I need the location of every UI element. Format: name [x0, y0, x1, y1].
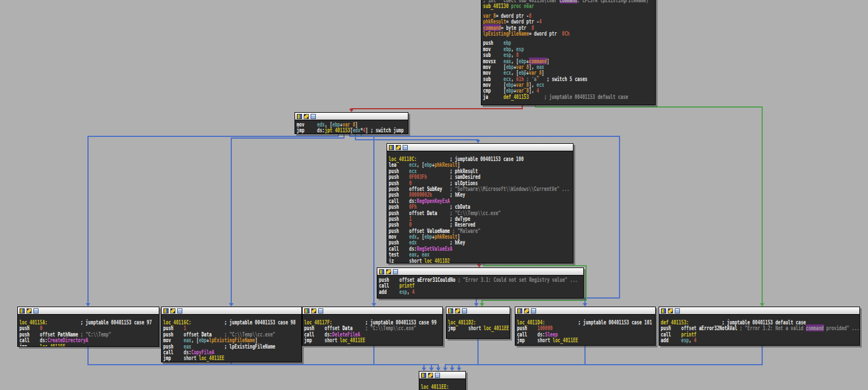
node-color-icon[interactable]	[379, 269, 384, 274]
node-window-icon[interactable]	[177, 308, 182, 313]
asm-line: sub_401130 proc near	[483, 3, 656, 9]
node-title-bar[interactable]	[446, 307, 510, 315]
node-title-bar[interactable]	[419, 372, 465, 379]
graph-canvas[interactable]: ; int __cdecl sub_401130(char command, L…	[0, 0, 868, 390]
node-edit-icon[interactable]	[396, 145, 401, 150]
asm-line: jmp short loc_4011EE	[163, 355, 302, 361]
asm-line: add esp, 4	[379, 289, 584, 295]
asm-line: jmp short loc_4011EE	[304, 337, 443, 343]
node-window-icon[interactable]	[435, 373, 440, 378]
basic-block-loc_40116C[interactable]: loc_40116C: ; jumptable 00401153 case 98…	[161, 307, 302, 362]
basic-block-loc_4011D4[interactable]: loc_4011D4: ; jumptable 00401153 case 10…	[515, 307, 656, 346]
node-window-icon[interactable]	[462, 308, 467, 313]
disassembly-text: loc_4011EE:	[419, 379, 466, 389]
disassembly-text: mov edx, [ebp+var_8]jmp ds:jpt_401153[ed…	[295, 120, 408, 133]
node-title-bar[interactable]	[295, 113, 408, 120]
basic-block-loc_40115A[interactable]: loc_40115A: ; jumptable 00401153 case 97…	[17, 307, 159, 347]
disassembly-text: loc_40118C: ; jumptable 00401153 case 10…	[387, 151, 573, 263]
disassembly-text: ; int __cdecl sub_401130(char command, L…	[481, 0, 656, 100]
disassembly-text: push offset aError31CouldNo ; "Error 3.1…	[377, 276, 584, 295]
asm-line: add esp, 4	[661, 337, 860, 343]
basic-block-switch_jump[interactable]: mov edx, [ebp+var_8]jmp ds:jpt_401153[ed…	[295, 112, 408, 134]
basic-block-loc_40118C[interactable]: loc_40118C: ; jumptable 00401153 case 10…	[387, 143, 573, 263]
node-edit-icon[interactable]	[668, 308, 673, 313]
disassembly-text: loc_4011D4: ; jumptable 00401153 case 10…	[515, 315, 656, 343]
node-color-icon[interactable]	[448, 308, 453, 313]
node-window-icon[interactable]	[675, 308, 680, 313]
node-color-icon[interactable]	[389, 145, 394, 150]
node-edit-icon[interactable]	[304, 114, 309, 119]
disassembly-text: loc_40115A: ; jumptable 00401153 case 97…	[18, 315, 159, 347]
node-window-icon[interactable]	[311, 114, 316, 119]
node-title-bar[interactable]	[303, 307, 442, 315]
basic-block-def_401153[interactable]: def_401153: ; jumptable 00401153 default…	[659, 307, 860, 346]
node-color-icon[interactable]	[163, 308, 169, 313]
node-color-icon[interactable]	[517, 308, 522, 313]
basic-block-sub_401130[interactable]: ; int __cdecl sub_401130(char command, L…	[481, 0, 656, 105]
node-window-icon[interactable]	[393, 269, 398, 274]
node-edit-icon[interactable]	[428, 373, 433, 378]
node-window-icon[interactable]	[403, 145, 408, 150]
disassembly-text: def_401153: ; jumptable 00401153 default…	[659, 315, 860, 343]
disassembly-text: loc_4011D2:jmp short loc_4011EE	[446, 315, 510, 331]
basic-block-loc_4011D2[interactable]: loc_4011D2:jmp short loc_4011EE	[446, 307, 510, 339]
node-color-icon[interactable]	[297, 114, 302, 119]
asm-line: jz short loc_4011D2	[389, 258, 573, 263]
node-window-icon[interactable]	[318, 308, 323, 313]
asm-line: loc_4011EE:	[421, 384, 466, 389]
basic-block-loc_4011EE[interactable]: loc_4011EE:	[419, 371, 466, 390]
node-title-bar[interactable]	[387, 144, 573, 151]
node-title-bar[interactable]	[515, 307, 655, 315]
node-edit-icon[interactable]	[311, 308, 316, 313]
node-title-bar[interactable]	[162, 307, 301, 315]
disassembly-text: loc_40117F: ; jumptable 00401153 case 99…	[303, 315, 443, 343]
asm-line: jmp loc_4011EE	[20, 343, 159, 347]
node-edit-icon[interactable]	[170, 308, 175, 313]
node-edit-icon[interactable]	[524, 308, 529, 313]
asm-line: lpExistingFileName= dword ptr 0Ch	[483, 30, 656, 36]
basic-block-loc_40117F[interactable]: loc_40117F: ; jumptable 00401153 case 99…	[302, 307, 443, 346]
flow-edge-blue	[459, 346, 762, 368]
node-edit-icon[interactable]	[386, 269, 391, 274]
flow-edge-blue	[445, 339, 478, 368]
disassembly-text: loc_40116C: ; jumptable 00401153 case 98…	[162, 315, 302, 361]
node-color-icon[interactable]	[304, 308, 309, 313]
node-window-icon[interactable]	[531, 308, 536, 313]
asm-line: jmp short loc_4011EE	[448, 325, 510, 331]
flow-edge-blue	[231, 133, 344, 304]
node-color-icon[interactable]	[20, 308, 25, 313]
basic-block-error_3_1[interactable]: push offset aError31CouldNo ; "Error 3.1…	[377, 267, 584, 299]
asm-line: ja def_401153 ; jumptable 00401153 defau…	[483, 94, 656, 100]
asm-line: jmp short loc_4011EE	[517, 337, 656, 343]
asm-line: jmp ds:jpt_401153[edx*4] ; switch jump	[297, 127, 408, 133]
flow-edge-blue	[88, 133, 338, 304]
node-color-icon[interactable]	[421, 373, 426, 378]
flow-edge-blue	[350, 133, 374, 304]
node-edit-icon[interactable]	[26, 308, 32, 313]
flow-edge-red	[351, 105, 522, 109]
node-title-bar[interactable]	[377, 268, 583, 276]
node-edit-icon[interactable]	[455, 308, 460, 313]
node-title-bar[interactable]	[18, 307, 159, 315]
node-color-icon[interactable]	[661, 308, 666, 313]
node-title-bar[interactable]	[659, 307, 859, 315]
node-window-icon[interactable]	[33, 308, 39, 313]
flow-edge-blue	[374, 346, 438, 368]
